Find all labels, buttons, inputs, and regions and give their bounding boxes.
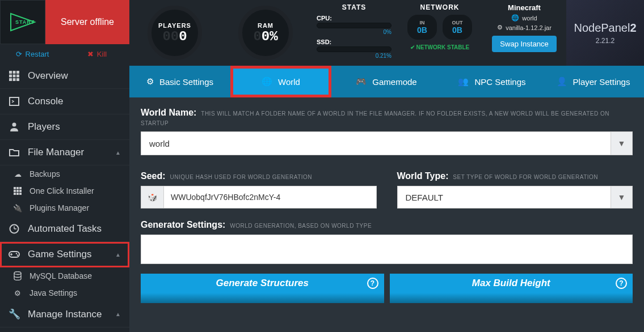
tab-gamemode[interactable]: 🎮 Gamemode bbox=[331, 66, 441, 97]
ram-gauge: RAM 00% bbox=[220, 0, 311, 66]
generator-textarea[interactable] bbox=[141, 235, 633, 264]
network-title: NETWORK bbox=[402, 3, 478, 11]
nav-game-settings[interactable]: Game Settings ▲ bbox=[0, 242, 129, 267]
nav-players[interactable]: Players bbox=[0, 114, 129, 140]
svg-point-28 bbox=[16, 253, 17, 254]
gear-icon: ⚙ bbox=[146, 76, 154, 87]
nav-plugins[interactable]: 🔌 Plugins Manager bbox=[0, 199, 129, 216]
restart-icon: ⟳ bbox=[16, 50, 22, 58]
nav-label: MySQL Database bbox=[30, 271, 92, 280]
kill-icon: ✖ bbox=[87, 50, 94, 58]
sidebar: START Server offline ⟳ Restart ✖ Kill Ov… bbox=[0, 0, 129, 332]
svg-rect-5 bbox=[9, 75, 12, 78]
swap-instance-button[interactable]: Swap Instance bbox=[492, 36, 556, 52]
tab-npc-settings[interactable]: 👥 NPC Settings bbox=[441, 66, 542, 97]
network-out: OUT 0B bbox=[443, 15, 472, 40]
nav-one-click[interactable]: One Click Installer bbox=[0, 182, 129, 199]
generator-label: Generator Settings: bbox=[141, 220, 225, 229]
world-type-input[interactable] bbox=[398, 186, 611, 208]
svg-rect-2 bbox=[9, 71, 12, 74]
gamepad-icon: 🎮 bbox=[356, 76, 367, 87]
help-icon[interactable]: ? bbox=[367, 278, 378, 289]
nav-label: Game Settings bbox=[28, 249, 91, 260]
stats-title: STATS bbox=[317, 3, 392, 11]
nav-file-manager[interactable]: File Manager ▲ bbox=[0, 140, 129, 165]
seed-field[interactable]: 🎲 bbox=[141, 186, 377, 208]
clock-icon bbox=[9, 224, 20, 234]
folder-icon bbox=[9, 147, 20, 158]
svg-rect-4 bbox=[16, 71, 19, 74]
cpu-value: 0% bbox=[317, 29, 392, 35]
nav-label: Plugins Manager bbox=[30, 203, 89, 212]
start-button[interactable]: START bbox=[0, 0, 45, 44]
wrench-icon: 🔧 bbox=[9, 308, 20, 320]
ram-value: 0% bbox=[262, 29, 278, 44]
nav-mysql[interactable]: MySQL Database bbox=[0, 267, 129, 284]
kill-button[interactable]: ✖ Kill bbox=[65, 44, 129, 63]
gear-icon: ⚙ bbox=[497, 24, 503, 31]
world-name-select[interactable]: ▼ bbox=[141, 131, 633, 155]
seed-hint: UNIQUE HASH USED FOR WORLD GENERATION bbox=[170, 174, 312, 180]
svg-rect-16 bbox=[14, 190, 16, 192]
cpu-bar bbox=[317, 23, 392, 28]
ram-label: RAM bbox=[258, 22, 273, 29]
kill-label: Kill bbox=[97, 50, 107, 58]
svg-rect-9 bbox=[13, 78, 16, 81]
svg-rect-20 bbox=[16, 193, 19, 195]
gamepad-icon bbox=[9, 250, 20, 258]
world-type-label: World Type: bbox=[397, 171, 449, 181]
svg-rect-3 bbox=[13, 71, 16, 74]
tabs: ⚙ Basic Settings 🌐 World 🎮 Gamemode 👥 NP… bbox=[129, 66, 644, 97]
svg-rect-8 bbox=[9, 78, 12, 81]
tab-world[interactable]: 🌐 World bbox=[230, 66, 331, 97]
svg-rect-19 bbox=[14, 193, 16, 195]
svg-rect-21 bbox=[19, 193, 22, 195]
chevron-down-icon[interactable]: ▼ bbox=[611, 186, 632, 208]
nav-label: Players bbox=[28, 121, 60, 133]
nav-label: File Manager bbox=[28, 147, 84, 158]
chevron-up-icon: ▲ bbox=[115, 311, 121, 317]
world-name-small: world bbox=[522, 15, 537, 22]
players-value: 0 bbox=[179, 29, 187, 44]
world-name-input[interactable] bbox=[141, 132, 611, 155]
card-max-build-height[interactable]: Max Build Height ? bbox=[390, 274, 633, 303]
tab-basic-settings[interactable]: ⚙ Basic Settings bbox=[129, 66, 230, 97]
brand-version: 2.21.2 bbox=[596, 37, 614, 45]
chevron-up-icon: ▲ bbox=[115, 150, 121, 156]
svg-text:START: START bbox=[15, 19, 35, 25]
jar-name: vanilla-1.12.2.jar bbox=[506, 24, 552, 31]
cloud-icon: ☁ bbox=[12, 170, 23, 178]
nav-label: Manage Instance bbox=[28, 309, 102, 320]
card-generate-structures[interactable]: Generate Structures ? bbox=[141, 274, 384, 303]
nav-automated[interactable]: Automated Tasks bbox=[0, 216, 129, 242]
grid-small-icon bbox=[12, 187, 23, 195]
nav-console[interactable]: Console bbox=[0, 89, 129, 114]
chevron-up-icon: ▲ bbox=[115, 252, 121, 258]
nav-backups[interactable]: ☁ Backups bbox=[0, 165, 129, 182]
nav-manage-instance[interactable]: 🔧 Manage Instance ▲ bbox=[0, 301, 129, 327]
restart-button[interactable]: ⟳ Restart bbox=[0, 44, 65, 63]
content: World Name: THIS WILL MATCH A FOLDER NAM… bbox=[129, 97, 644, 313]
nav-label: Overview bbox=[28, 70, 68, 82]
globe-icon: 🌐 bbox=[511, 14, 519, 22]
network-box: NETWORK IN 0B OUT 0B ✔ NETWORK STABLE bbox=[397, 0, 482, 66]
restart-label: Restart bbox=[26, 50, 49, 58]
svg-rect-10 bbox=[16, 78, 19, 81]
ssd-value: 0.21% bbox=[317, 53, 392, 59]
players-gauge: PLAYERS 000 bbox=[129, 0, 220, 66]
nav-overview[interactable]: Overview bbox=[0, 63, 129, 89]
world-type-select[interactable]: ▼ bbox=[397, 186, 633, 208]
ssd-label: SSD: bbox=[317, 39, 392, 45]
players-label: PLAYERS bbox=[158, 22, 191, 29]
grid-icon bbox=[9, 71, 20, 81]
tab-player-settings[interactable]: 👤 Player Settings bbox=[542, 66, 644, 97]
seed-label: Seed: bbox=[141, 171, 166, 181]
seed-input[interactable] bbox=[164, 186, 376, 208]
network-in: IN 0B bbox=[407, 15, 437, 40]
nav-java[interactable]: ⚙ Java Settings bbox=[0, 284, 129, 301]
chevron-down-icon[interactable]: ▼ bbox=[611, 132, 632, 155]
help-icon[interactable]: ? bbox=[616, 278, 627, 289]
card-title: Max Build Height bbox=[472, 278, 550, 288]
svg-rect-18 bbox=[19, 190, 22, 192]
svg-rect-6 bbox=[13, 75, 16, 78]
